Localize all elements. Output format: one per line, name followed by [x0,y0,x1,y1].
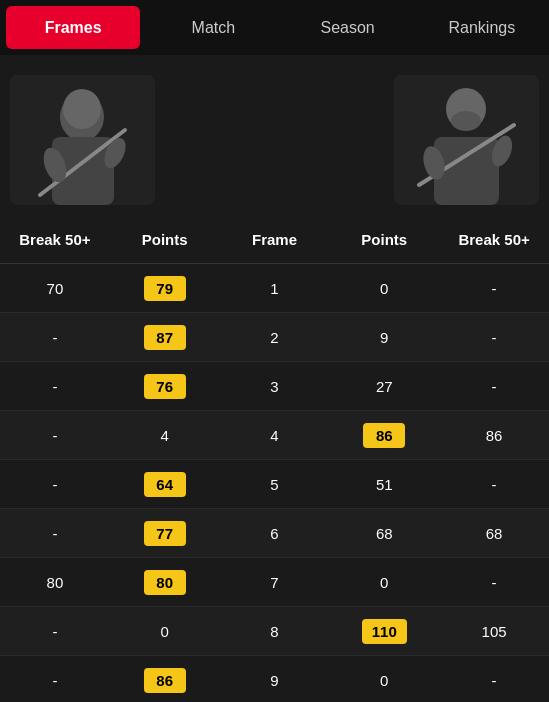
cell-points-right: 0 [329,566,439,598]
cell-break50-left: 80 [0,566,110,598]
cell-points-right: 110 [329,615,439,647]
tab-rankings[interactable]: Rankings [415,0,549,55]
cell-break50-left: - [0,664,110,696]
left-player-avatar [10,75,155,205]
cell-break50-right: - [439,370,549,402]
tab-match[interactable]: Match [146,0,280,55]
cell-break50-right: - [439,468,549,500]
cell-frame-number: 8 [220,615,330,647]
points-badge-right: 86 [363,423,405,448]
table-header: Break 50+ Points Frame Points Break 50+ [0,215,549,264]
cell-points-right: 68 [329,517,439,549]
col-header-frame: Frame [220,223,330,255]
svg-point-10 [451,111,481,131]
table-row: -8729- [0,313,549,362]
cell-points-left: 77 [110,517,220,549]
cell-break50-left: - [0,370,110,402]
cell-points-right: 51 [329,468,439,500]
cell-frame-number: 6 [220,517,330,549]
col-header-break50-left: Break 50+ [0,223,110,255]
cell-frame-number: 2 [220,321,330,353]
points-badge-left: 86 [144,668,186,693]
cell-break50-right: - [439,664,549,696]
col-header-points-right: Points [329,223,439,255]
cell-points-left: 64 [110,468,220,500]
cell-frame-number: 9 [220,664,330,696]
cell-break50-right: 105 [439,615,549,647]
cell-frame-number: 5 [220,468,330,500]
cell-break50-left: - [0,468,110,500]
points-badge-left: 80 [144,570,186,595]
tab-season[interactable]: Season [281,0,415,55]
table-row: 707910- [0,264,549,313]
cell-break50-right: - [439,321,549,353]
right-player-avatar [394,75,539,205]
cell-points-left: 80 [110,566,220,598]
cell-points-left: 4 [110,419,220,451]
col-header-points-left: Points [110,223,220,255]
col-header-break50-right: Break 50+ [439,223,549,255]
tab-frames[interactable]: Frames [6,6,140,49]
cell-frame-number: 7 [220,566,330,598]
points-badge-left: 87 [144,325,186,350]
cell-break50-left: - [0,419,110,451]
cell-frame-number: 1 [220,272,330,304]
table-row: -08110105 [0,607,549,656]
points-badge-left: 77 [144,521,186,546]
cell-break50-left: - [0,321,110,353]
cell-break50-right: 86 [439,419,549,451]
cell-frame-number: 4 [220,419,330,451]
table-row: 808070- [0,558,549,607]
nav-tabs: Frames Match Season Rankings [0,0,549,55]
table-row: -448686 [0,411,549,460]
cell-points-right: 0 [329,664,439,696]
table-body: 707910--8729--76327--448686-64551--77668… [0,264,549,702]
points-badge-right: 110 [362,619,407,644]
table-row: -7766868 [0,509,549,558]
cell-points-right: 27 [329,370,439,402]
cell-break50-right: - [439,272,549,304]
points-badge-left: 79 [144,276,186,301]
players-row [0,55,549,215]
table-row: -8690- [0,656,549,702]
cell-points-left: 79 [110,272,220,304]
svg-point-3 [63,89,101,129]
cell-frame-number: 3 [220,370,330,402]
cell-points-left: 86 [110,664,220,696]
table-row: -76327- [0,362,549,411]
cell-break50-right: - [439,566,549,598]
cell-break50-right: 68 [439,517,549,549]
points-badge-left: 76 [144,374,186,399]
cell-break50-left: - [0,517,110,549]
cell-break50-left: - [0,615,110,647]
cell-points-right: 0 [329,272,439,304]
table-row: -64551- [0,460,549,509]
cell-points-right: 9 [329,321,439,353]
cell-points-left: 87 [110,321,220,353]
cell-break50-left: 70 [0,272,110,304]
points-badge-left: 64 [144,472,186,497]
cell-points-right: 86 [329,419,439,451]
cell-points-left: 0 [110,615,220,647]
cell-points-left: 76 [110,370,220,402]
